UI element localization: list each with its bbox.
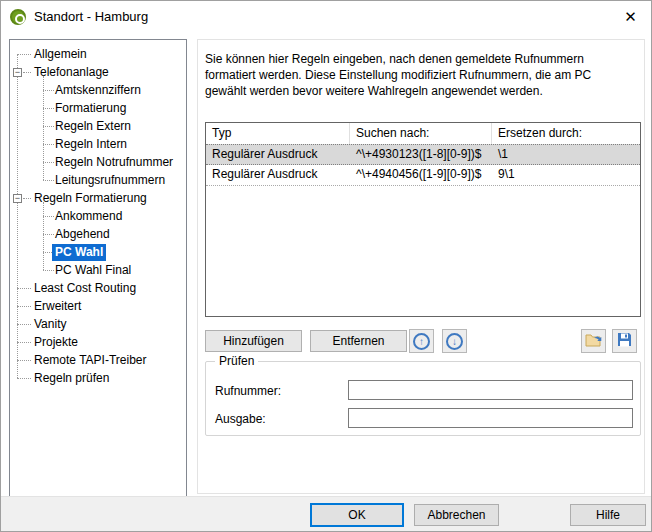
folder-import-icon [585,332,603,350]
add-button[interactable]: Hinzufügen [205,330,302,352]
tree-item-regeln-intern[interactable]: Regeln Intern [10,135,186,153]
tree-connector [43,180,54,181]
tree-item-telefonanlage[interactable]: − Telefonanlage [10,63,186,81]
tree-item-vanity[interactable]: Vanity [10,315,186,333]
description-text: Sie können hier Regeln eingeben, nach de… [205,51,629,99]
titlebar: Standort - Hamburg ✕ [1,1,652,33]
move-down-button[interactable]: ↓ [442,329,467,353]
tree-connector [17,324,31,325]
cancel-button[interactable]: Abbrechen [414,504,499,526]
app-icon [10,9,26,25]
tree-item-allgemein[interactable]: Allgemein [10,45,186,63]
tree-item-abgehend[interactable]: Abgehend [10,225,186,243]
tree-item-regeln-pruefen[interactable]: Regeln prüfen [10,369,186,387]
tree-item-amtskennziffern[interactable]: Amtskennziffern [10,81,186,99]
tree-connector [17,342,31,343]
tree-item-remote-tapi-treiber[interactable]: Remote TAPI-Treiber [10,351,186,369]
tree-item-regeln-formatierung[interactable]: − Regeln Formatierung [10,189,186,207]
ok-button[interactable]: OK [310,503,404,527]
rufnummer-label: Rufnummer: [215,384,281,398]
tree-item-pc-wahl[interactable]: PC Wahl [10,243,186,261]
save-rules-button[interactable] [612,329,637,353]
tree-connector [17,360,31,361]
column-header-ersetzen-durch[interactable]: Ersetzen durch: [492,123,640,144]
column-header-suchen-nach[interactable]: Suchen nach: [350,123,492,144]
column-header-typ[interactable]: Typ [206,123,350,144]
tree-item-regeln-extern[interactable]: Regeln Extern [10,117,186,135]
dialog-footer: OK Abbrechen Hilfe [1,496,652,532]
help-button[interactable]: Hilfe [570,504,646,526]
tree-item-leitungsrufnummern[interactable]: Leitungsrufnummern [10,171,186,189]
save-floppy-icon [617,332,632,350]
tree-connector [23,72,31,73]
tree-connector [43,270,54,271]
close-icon[interactable]: ✕ [608,1,652,32]
ausgabe-label: Ausgabe: [215,412,266,426]
import-rules-button[interactable] [581,329,606,353]
test-group-title: Prüfen [215,354,258,368]
tree-connector [23,198,31,199]
table-header: Typ Suchen nach: Ersetzen durch: [206,123,640,144]
table-row[interactable]: Regulärer Ausdruck ^\+4940456([1-9][0-9]… [206,165,640,186]
tree-item-ankommend[interactable]: Ankommend [10,207,186,225]
move-up-button[interactable]: ↑ [409,329,434,353]
tree-item-least-cost-routing[interactable]: Least Cost Routing [10,279,186,297]
tree-connector [17,288,31,289]
settings-tree: Allgemein − Telefonanlage Amtskennziffer… [9,39,187,498]
tree-connector [43,90,54,91]
tree-connector [43,216,54,217]
tree-connector [43,162,54,163]
test-group: Prüfen Rufnummer: Ausgabe: [205,361,641,436]
tree-connector [43,144,54,145]
tree-connector [43,108,54,109]
tree-connector [17,306,31,307]
tree-item-projekte[interactable]: Projekte [10,333,186,351]
tree-connector [43,126,54,127]
tree-connector [17,54,31,55]
arrow-down-icon: ↓ [446,333,463,350]
arrow-up-icon: ↑ [413,333,430,350]
window-title: Standort - Hamburg [34,9,148,24]
rules-table[interactable]: Typ Suchen nach: Ersetzen durch: Regulär… [205,122,641,317]
rufnummer-input[interactable] [348,380,633,400]
table-row[interactable]: Regulärer Ausdruck ^\+4930123([1-8][0-9]… [206,144,640,165]
tree-item-pc-wahl-final[interactable]: PC Wahl Final [10,261,186,279]
content-panel: Sie können hier Regeln eingeben, nach de… [197,39,645,494]
tree-item-formatierung[interactable]: Formatierung [10,99,186,117]
tree-item-regeln-notrufnummer[interactable]: Regeln Notrufnummer [10,153,186,171]
tree-connector [43,234,54,235]
tree-item-erweitert[interactable]: Erweitert [10,297,186,315]
collapse-icon[interactable]: − [13,68,22,77]
selected-tree-item: PC Wahl [52,244,106,261]
tree-connector [17,378,31,379]
location-settings-dialog: Standort - Hamburg ✕ Allgemein − Telefon… [0,0,652,532]
ausgabe-input[interactable] [348,408,633,428]
collapse-icon[interactable]: − [13,194,22,203]
remove-button[interactable]: Entfernen [310,330,407,352]
